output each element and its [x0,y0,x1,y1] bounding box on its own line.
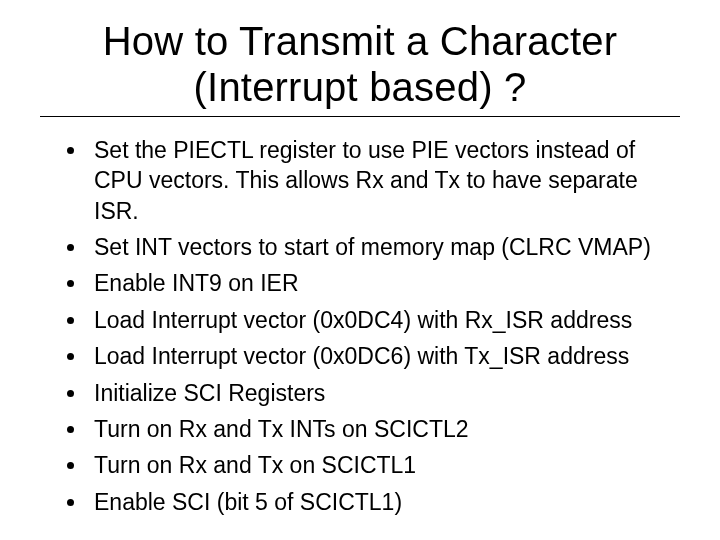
list-item: Enable INT9 on IER [88,268,680,298]
bullet-list: Set the PIECTL register to use PIE vecto… [40,135,680,517]
list-item: Turn on Rx and Tx on SCICTL1 [88,450,680,480]
title-line-1: How to Transmit a Character [103,19,617,63]
list-item: Set the PIECTL register to use PIE vecto… [88,135,680,226]
slide: How to Transmit a Character (Interrupt b… [0,0,720,540]
list-item: Enable SCI (bit 5 of SCICTL1) [88,487,680,517]
list-item: Load Interrupt vector (0x0DC6) with Tx_I… [88,341,680,371]
list-item: Initialize SCI Registers [88,378,680,408]
list-item: Set INT vectors to start of memory map (… [88,232,680,262]
list-item: Turn on Rx and Tx INTs on SCICTL2 [88,414,680,444]
list-item: Load Interrupt vector (0x0DC4) with Rx_I… [88,305,680,335]
title-underline [40,116,680,117]
title-line-2: (Interrupt based) ? [194,65,527,109]
slide-title: How to Transmit a Character (Interrupt b… [40,18,680,110]
